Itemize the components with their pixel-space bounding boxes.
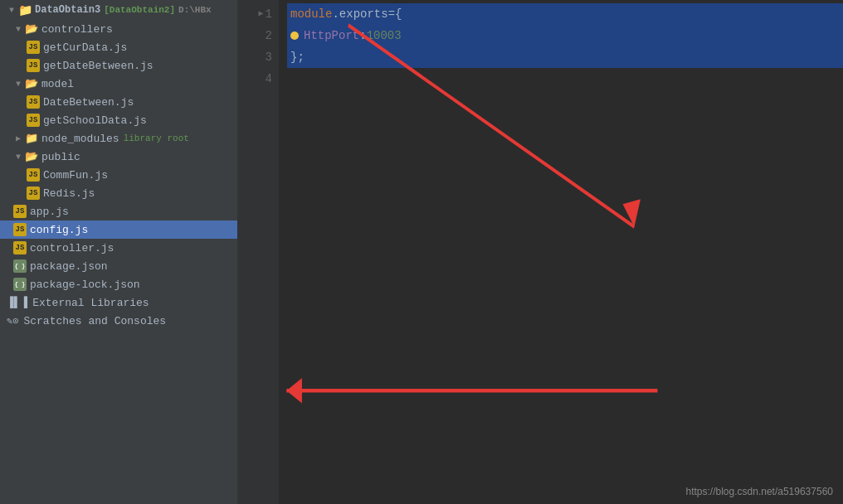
label-public: public bbox=[41, 151, 80, 163]
sidebar-item-public[interactable]: ▼ 📂 public bbox=[0, 148, 237, 166]
sidebar-item-controllers[interactable]: ▼ 📂 controllers bbox=[0, 20, 237, 38]
label-node-modules: node_modules bbox=[41, 133, 119, 145]
js-icon-getCurData: JS bbox=[27, 41, 40, 54]
js-icon-getDateBetween: JS bbox=[27, 59, 40, 72]
label-controller: controller.js bbox=[30, 242, 114, 254]
file-tree[interactable]: ▼ 📁 DataObtain3 [DataObtain2] D:\HBx ▼ 📂… bbox=[0, 0, 237, 504]
line-num-4: 4 bbox=[266, 68, 272, 90]
sidebar-item-DateBetween[interactable]: JS DateBetween.js bbox=[0, 93, 237, 111]
js-icon-config: JS bbox=[13, 223, 27, 236]
js-icon-app: JS bbox=[13, 205, 27, 218]
project-path: D:\HBx bbox=[178, 5, 212, 15]
sidebar-item-node-modules[interactable]: ▶ 📁 node_modules library root bbox=[0, 129, 237, 148]
label-package-json: package.json bbox=[30, 260, 108, 273]
code-line-2: HttpPort:10003 bbox=[287, 25, 843, 46]
folder-icon-model: 📂 bbox=[25, 77, 38, 90]
sidebar-item-package-lock-json[interactable]: { } package-lock.json bbox=[0, 275, 237, 293]
sidebar-item-getDateBetween[interactable]: JS getDateBetween.js bbox=[0, 56, 237, 75]
label-package-lock-json: package-lock.json bbox=[30, 279, 140, 291]
project-subtitle: [DataObtain2] bbox=[104, 5, 175, 15]
label-app: app.js bbox=[30, 206, 69, 218]
sidebar-item-getSchoolData[interactable]: JS getSchoolData.js bbox=[0, 111, 237, 129]
watermark: https://blog.csdn.net/a519637560 bbox=[686, 486, 833, 497]
caret-controllers: ▼ bbox=[13, 24, 23, 34]
js-icon-getSchoolData: JS bbox=[27, 114, 40, 127]
sidebar-item-CommFun[interactable]: JS CommFun.js bbox=[0, 166, 237, 184]
label-model: model bbox=[41, 78, 74, 90]
label-external-libraries: External Libraries bbox=[32, 297, 149, 309]
caret-node-modules: ▶ bbox=[13, 133, 23, 143]
token-module: module bbox=[290, 3, 332, 25]
token-exports: exports bbox=[339, 3, 388, 25]
token-dot1: . bbox=[332, 3, 339, 25]
caret-public: ▼ bbox=[13, 152, 23, 162]
editor-panel: ▶1 2 3 4 module.exports={ HttpPort:10003… bbox=[237, 0, 843, 504]
label-getCurData: getCurData.js bbox=[43, 41, 127, 54]
token-10003: 10003 bbox=[367, 25, 402, 46]
sidebar-item-app[interactable]: JS app.js bbox=[0, 202, 237, 220]
svg-marker-3 bbox=[623, 199, 641, 226]
project-icon: 📁 bbox=[18, 3, 32, 17]
folder-icon-controllers: 📂 bbox=[25, 22, 38, 36]
label-getDateBetween: getDateBetween.js bbox=[43, 60, 153, 72]
label-Redis: Redis.js bbox=[43, 187, 95, 200]
project-name: DataObtain3 bbox=[35, 4, 100, 16]
line-num-2: 2 bbox=[266, 25, 272, 46]
js-icon-DateBetween: JS bbox=[27, 95, 40, 109]
line-numbers: ▶1 2 3 4 bbox=[237, 0, 279, 504]
js-icon-Redis: JS bbox=[27, 187, 40, 200]
folder-icon-node-modules: 📁 bbox=[25, 132, 38, 145]
bookmark-dot bbox=[290, 32, 299, 40]
sidebar-item-config[interactable]: JS config.js bbox=[0, 220, 237, 239]
js-icon-controller: JS bbox=[13, 241, 27, 254]
sidebar-item-model[interactable]: ▼ 📂 model bbox=[0, 75, 237, 93]
folder-icon-public: 📂 bbox=[25, 150, 38, 163]
label-config: config.js bbox=[30, 224, 88, 236]
label-controllers: controllers bbox=[41, 23, 113, 36]
sidebar-item-controller[interactable]: JS controller.js bbox=[0, 239, 237, 257]
js-icon-CommFun: JS bbox=[27, 168, 40, 182]
json-icon-package: { } bbox=[13, 259, 27, 273]
token-close: }; bbox=[290, 46, 305, 68]
label-scratches: Scratches and Consoles bbox=[23, 315, 166, 327]
token-httpport: HttpPort bbox=[304, 25, 359, 46]
sidebar-item-scratches[interactable]: ✎⊙ Scratches and Consoles bbox=[0, 312, 237, 330]
label-DateBetween: DateBetween.js bbox=[43, 96, 134, 109]
code-line-3: }; bbox=[287, 46, 843, 68]
root-caret: ▼ bbox=[7, 5, 17, 15]
json-icon-package-lock: { } bbox=[13, 278, 27, 291]
token-colon: : bbox=[359, 25, 366, 46]
editor-content: ▶1 2 3 4 module.exports={ HttpPort:10003… bbox=[237, 0, 843, 504]
label-getSchoolData: getSchoolData.js bbox=[43, 114, 147, 127]
line-num-3: 3 bbox=[266, 46, 272, 68]
sidebar-item-external-libraries[interactable]: ▐▌▐ External Libraries bbox=[0, 293, 237, 312]
badge-library-root: library root bbox=[124, 133, 189, 143]
scratches-icon: ✎⊙ bbox=[7, 315, 18, 327]
project-root: ▼ 📁 DataObtain3 [DataObtain2] D:\HBx bbox=[0, 0, 237, 20]
gutter-arrow-1: ▶ bbox=[259, 3, 264, 25]
code-line-1: module.exports={ bbox=[287, 3, 843, 25]
token-eq: ={ bbox=[388, 3, 402, 25]
sidebar-item-Redis[interactable]: JS Redis.js bbox=[0, 184, 237, 202]
svg-marker-1 bbox=[286, 378, 302, 403]
label-CommFun: CommFun.js bbox=[43, 169, 108, 182]
code-line-4 bbox=[287, 68, 843, 90]
sidebar-item-getCurData[interactable]: JS getCurData.js bbox=[0, 38, 237, 56]
sidebar-item-package-json[interactable]: { } package.json bbox=[0, 257, 237, 275]
line-num-1: ▶1 bbox=[259, 3, 272, 25]
code-area[interactable]: module.exports={ HttpPort:10003 }; bbox=[279, 0, 843, 504]
caret-model: ▼ bbox=[13, 79, 23, 89]
bar-chart-icon: ▐▌▐ bbox=[7, 296, 27, 309]
